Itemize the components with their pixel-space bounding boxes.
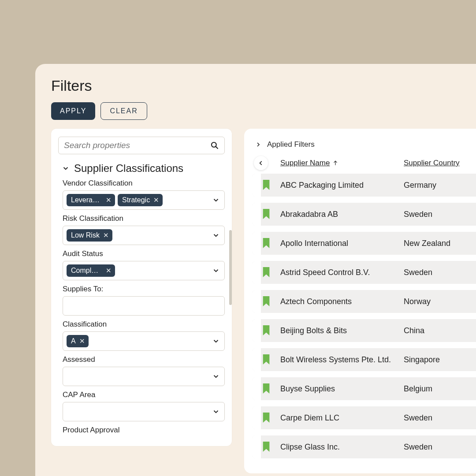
select-cap-area[interactable] xyxy=(63,402,225,421)
chevron-down-icon xyxy=(62,164,70,172)
apply-button[interactable]: APPLY xyxy=(51,102,95,120)
cell-supplier-name: Abrakadabra AB xyxy=(280,210,404,219)
select-risk-classification[interactable]: Low Risk✕ xyxy=(63,226,225,245)
field-label: Assessed xyxy=(63,355,225,364)
bookmark-icon[interactable] xyxy=(252,266,280,279)
cell-supplier-country: Sweden xyxy=(404,413,476,423)
close-icon[interactable]: ✕ xyxy=(106,267,112,275)
cell-supplier-name: Apollo International xyxy=(280,239,404,248)
field-label: Supplies To: xyxy=(63,285,225,294)
section-title: Supplier Classifications xyxy=(74,162,183,175)
table-row[interactable]: Beijing Bolts & Bits China xyxy=(252,319,476,342)
cell-supplier-country: China xyxy=(404,326,476,335)
table-row[interactable]: Abrakadabra AB Sweden xyxy=(252,203,476,226)
field-label: Audit Status xyxy=(63,249,225,258)
close-icon[interactable]: ✕ xyxy=(79,337,85,345)
column-header-name[interactable]: Supplier Name xyxy=(280,159,404,167)
close-icon[interactable]: ✕ xyxy=(153,196,159,204)
field-classification: Classification A✕ xyxy=(63,320,225,351)
chip[interactable]: A✕ xyxy=(67,335,89,347)
button-row: APPLY CLEAR xyxy=(51,102,476,120)
bookmark-icon[interactable] xyxy=(252,441,280,453)
field-label: Product Approval xyxy=(63,426,225,435)
field-cap-area: CAP Area xyxy=(63,390,225,421)
bookmark-icon[interactable] xyxy=(252,237,280,249)
cell-supplier-country: Sweden xyxy=(404,268,476,277)
table-row[interactable]: Bolt Wireless Systems Pte. Ltd. Singapor… xyxy=(252,348,476,371)
cell-supplier-name: Bolt Wireless Systems Pte. Ltd. xyxy=(280,355,404,364)
chevron-down-icon xyxy=(212,408,220,416)
collapse-panel-button[interactable] xyxy=(254,156,268,170)
field-risk-classification: Risk Classification Low Risk✕ xyxy=(63,214,225,245)
select-supplies-to[interactable] xyxy=(63,296,225,316)
search-icon xyxy=(210,141,219,150)
bookmark-icon[interactable] xyxy=(252,324,280,337)
table-row[interactable]: Clipse Glass Inc. Sweden xyxy=(252,435,476,458)
results-panel: Applied Filters Supplier Name Supplier C… xyxy=(244,129,476,473)
chevron-down-icon xyxy=(212,267,220,275)
cell-supplier-name: Astrid Speed Control B.V. xyxy=(280,268,404,277)
field-label: CAP Area xyxy=(63,390,225,399)
table-row[interactable]: ABC Packaging Limited Germany xyxy=(252,174,476,197)
applied-filters-label: Applied Filters xyxy=(267,140,315,149)
arrow-up-icon xyxy=(332,160,338,166)
close-icon[interactable]: ✕ xyxy=(103,231,109,239)
chevron-right-icon xyxy=(255,141,262,148)
select-classification[interactable]: A✕ xyxy=(63,331,225,351)
cell-supplier-country: Belgium xyxy=(404,384,476,394)
applied-filters-toggle[interactable]: Applied Filters xyxy=(255,140,476,149)
chip[interactable]: Leverag…✕ xyxy=(67,194,115,206)
chevron-down-icon xyxy=(212,196,220,204)
bookmark-icon[interactable] xyxy=(252,353,280,366)
cell-supplier-country: Germany xyxy=(404,181,476,190)
chip[interactable]: Strategic✕ xyxy=(118,194,163,206)
cell-supplier-country: Sweden xyxy=(404,210,476,219)
search-text-input[interactable] xyxy=(64,141,210,150)
field-supplies-to: Supplies To: xyxy=(63,285,225,316)
bookmark-icon[interactable] xyxy=(252,412,280,424)
bookmark-icon[interactable] xyxy=(252,179,280,191)
table-row[interactable]: Astrid Speed Control B.V. Sweden xyxy=(252,261,476,284)
select-vendor-classification[interactable]: Leverag…✕ Strategic✕ xyxy=(63,190,225,210)
search-input[interactable] xyxy=(58,137,225,154)
cell-supplier-name: Carpe Diem LLC xyxy=(280,413,404,423)
table-header: Supplier Name Supplier Country xyxy=(252,159,476,167)
table-row[interactable]: Carpe Diem LLC Sweden xyxy=(252,406,476,429)
cell-supplier-country: New Zealand xyxy=(404,239,476,248)
table-row[interactable]: Buyse Supplies Belgium xyxy=(252,377,476,400)
bookmark-icon[interactable] xyxy=(252,295,280,308)
app-window: Filters A APPLY CLEAR Supplier Classific… xyxy=(35,64,476,476)
cell-supplier-country: Sweden xyxy=(404,443,476,452)
page-title: Filters xyxy=(51,77,92,94)
section-header[interactable]: Supplier Classifications xyxy=(62,162,225,175)
chevron-left-icon xyxy=(258,160,264,166)
select-assessed[interactable] xyxy=(63,367,225,386)
field-assessed: Assessed xyxy=(63,355,225,386)
table-row[interactable]: Apollo International New Zealand xyxy=(252,232,476,255)
field-audit-status: Audit Status Comple…✕ xyxy=(63,249,225,280)
field-label: Risk Classification xyxy=(63,214,225,223)
chip[interactable]: Comple…✕ xyxy=(67,264,115,277)
close-icon[interactable]: ✕ xyxy=(106,196,112,204)
cell-supplier-name: Clipse Glass Inc. xyxy=(280,443,404,452)
field-label: Classification xyxy=(63,320,225,329)
table-row[interactable]: Aztech Components Norway xyxy=(252,290,476,313)
bookmark-icon[interactable] xyxy=(252,208,280,220)
bookmark-icon[interactable] xyxy=(252,383,280,395)
cell-supplier-country: Norway xyxy=(404,297,476,306)
cell-supplier-name: Aztech Components xyxy=(280,297,404,306)
column-header-country[interactable]: Supplier Country xyxy=(404,159,476,167)
chip[interactable]: Low Risk✕ xyxy=(67,229,112,242)
cell-supplier-name: Beijing Bolts & Bits xyxy=(280,326,404,335)
cell-supplier-name: Buyse Supplies xyxy=(280,384,404,394)
chevron-down-icon xyxy=(212,231,220,239)
chevron-down-icon xyxy=(212,337,220,345)
filter-panel: Supplier Classifications Vendor Classifi… xyxy=(51,129,232,446)
clear-button[interactable]: CLEAR xyxy=(100,102,147,120)
select-audit-status[interactable]: Comple…✕ xyxy=(63,261,225,280)
header: Filters A xyxy=(51,77,476,94)
scrollbar-thumb[interactable] xyxy=(229,230,232,305)
cell-supplier-name: ABC Packaging Limited xyxy=(280,181,404,190)
field-vendor-classification: Vendor Classification Leverag…✕ Strategi… xyxy=(63,179,225,210)
svg-line-3 xyxy=(216,147,218,149)
